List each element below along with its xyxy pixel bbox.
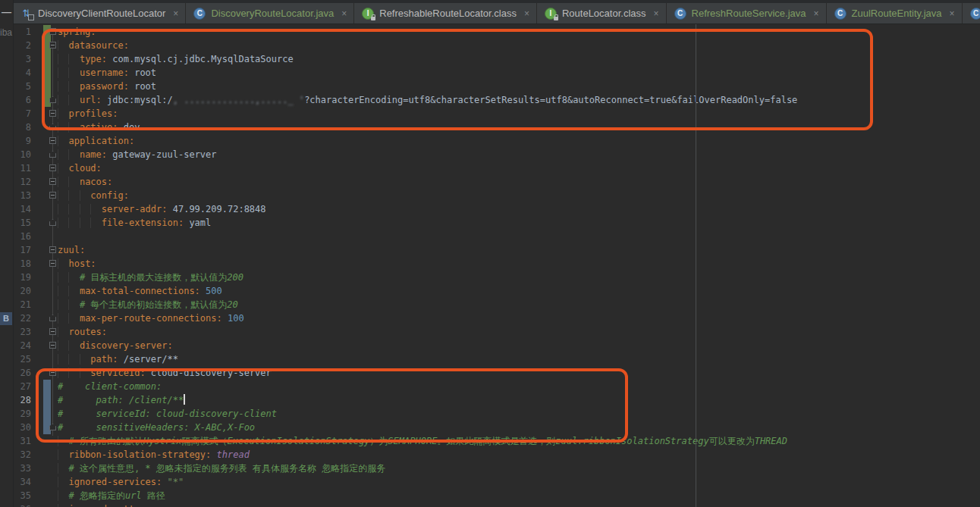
close-icon[interactable]: × bbox=[341, 8, 347, 19]
fold-start-icon[interactable] bbox=[49, 328, 56, 335]
code-line-9[interactable]: application: bbox=[58, 134, 797, 148]
code-token bbox=[58, 54, 80, 64]
code-line-35[interactable]: # 忽略指定的url 路径 bbox=[58, 489, 797, 502]
fold-start-icon[interactable] bbox=[49, 192, 56, 199]
code-token: spring: bbox=[58, 27, 96, 37]
line-number: 16 bbox=[13, 230, 31, 243]
code-line-18[interactable]: host: bbox=[58, 257, 797, 271]
code-token: # 所有路由的默认 bbox=[68, 436, 143, 446]
code-token: max-per-route-connections: bbox=[80, 313, 228, 324]
tab-zuulrouteentity-java[interactable]: CZuulRouteEntity.java× bbox=[827, 3, 963, 23]
code-line-15[interactable]: file-extension: yaml bbox=[58, 216, 797, 230]
code-token: 47.99.209.72:8848 bbox=[173, 204, 266, 214]
code-line-16[interactable] bbox=[58, 230, 797, 243]
code-line-34[interactable]: ignored-services: "*" bbox=[58, 475, 797, 489]
fold-start-icon[interactable] bbox=[49, 246, 56, 253]
fold-start-icon[interactable] bbox=[49, 260, 56, 267]
code-line-26[interactable]: serviceId: cloud-discovery-server bbox=[58, 366, 797, 380]
fold-start-icon[interactable] bbox=[49, 342, 56, 349]
code-line-30[interactable]: # sensitiveHeaders: X-ABC,X-Foo bbox=[58, 421, 797, 434]
fold-start-icon[interactable] bbox=[49, 110, 56, 117]
fold-end-icon[interactable] bbox=[49, 315, 56, 321]
fold-end-icon[interactable] bbox=[49, 151, 56, 158]
right-margin-guide bbox=[696, 23, 696, 507]
close-icon[interactable]: × bbox=[654, 8, 659, 19]
code-token: nacos: bbox=[80, 177, 112, 187]
code-line-28[interactable]: # path: /client/** bbox=[58, 393, 797, 407]
code-token: ）为 bbox=[369, 436, 388, 446]
code-line-25[interactable]: path: /server/** bbox=[58, 352, 797, 366]
line-number: 25 bbox=[13, 352, 31, 366]
code-token: # serviceId: cloud-discovery-client bbox=[58, 408, 277, 419]
line-number: 10 bbox=[13, 148, 31, 161]
tab-discoveryroutelocator-java[interactable]: CDiscoveryRouteLocator.java× bbox=[186, 3, 354, 23]
code-line-10[interactable]: name: gateway-zuul-server bbox=[58, 148, 797, 161]
code-token bbox=[58, 190, 90, 201]
close-icon[interactable]: × bbox=[814, 8, 819, 19]
code-token: url: bbox=[80, 95, 107, 105]
tab-routelocator-class[interactable]: IRouteLocator.class× bbox=[537, 3, 667, 23]
bookmark-marker[interactable]: B bbox=[0, 312, 12, 325]
code-token: # 目标主机的最大连接数，默认值为 bbox=[80, 272, 227, 283]
code-line-32[interactable]: ribbon-isolation-strategy: thread bbox=[58, 448, 797, 462]
fold-start-icon[interactable] bbox=[49, 369, 56, 376]
code-line-24[interactable]: discovery-server: bbox=[58, 339, 797, 352]
code-token: cloud-discovery-server bbox=[151, 368, 272, 378]
code-token: SEMAPHORE bbox=[388, 436, 437, 446]
code-line-3[interactable]: type: com.mysql.cj.jdbc.MysqlDataSource bbox=[58, 52, 797, 66]
tab-label: RouteLocator.class bbox=[562, 8, 646, 19]
splitter-handle-icon[interactable]: — bbox=[2, 6, 11, 17]
fold-end-icon[interactable] bbox=[49, 219, 56, 226]
fold-start-icon[interactable] bbox=[49, 178, 56, 185]
code-token bbox=[58, 122, 80, 133]
code-token: server-addr: bbox=[102, 204, 173, 214]
tab-refreshableroutelocator-class[interactable]: IRefreshableRouteLocator.class× bbox=[354, 3, 537, 23]
code-line-8[interactable]: active: dev bbox=[58, 120, 797, 134]
code-line-36[interactable]: ignored-patterns: bbox=[58, 502, 797, 507]
code-line-2[interactable]: datasource: bbox=[58, 39, 797, 52]
code-line-21[interactable]: # 每个主机的初始连接数，默认值为20 bbox=[58, 298, 797, 311]
code-line-11[interactable]: cloud: bbox=[58, 161, 797, 175]
tab-discoveryclientroutelocator[interactable]: ⇅DiscoveryClientRouteLocator× bbox=[13, 3, 186, 23]
code-line-22[interactable]: max-per-route-connections: 100 bbox=[58, 311, 797, 325]
code-line-14[interactable]: server-addr: 47.99.209.72:8848 bbox=[58, 202, 797, 216]
close-icon[interactable]: × bbox=[173, 8, 178, 19]
code-line-20[interactable]: max-total-connections: 500 bbox=[58, 284, 797, 298]
code-line-5[interactable]: password: root bbox=[58, 80, 797, 93]
code-line-6[interactable]: url: jdbc:mysql:/, .............,....._ … bbox=[58, 93, 797, 107]
close-icon[interactable]: × bbox=[950, 8, 955, 19]
code-line-23[interactable]: routes: bbox=[58, 325, 797, 339]
java-class-icon: C bbox=[674, 8, 686, 20]
code-line-13[interactable]: config: bbox=[58, 189, 797, 202]
code-line-17[interactable]: zuul: bbox=[58, 243, 797, 257]
tab-refreshrouteservice-java[interactable]: CRefreshRouteService.java× bbox=[667, 3, 827, 23]
vcs-added-bar[interactable] bbox=[43, 25, 51, 107]
code-token: password: bbox=[80, 81, 134, 92]
close-icon[interactable]: × bbox=[524, 8, 529, 19]
editor-pane[interactable]: 1234567891011121314151617181920212223242… bbox=[13, 23, 980, 507]
tab-label: DiscoveryClientRouteLocator bbox=[38, 8, 165, 19]
code-area[interactable]: spring: datasource: type: com.mysql.cj.j… bbox=[58, 25, 797, 507]
fold-start-icon[interactable] bbox=[49, 42, 56, 49]
code-line-12[interactable]: nacos: bbox=[58, 175, 797, 189]
tab-refreshcontroller-java[interactable]: CRefreshController.java× bbox=[963, 3, 980, 23]
fold-start-icon[interactable] bbox=[49, 28, 56, 35]
code-line-33[interactable]: # 这个属性意思, * 忽略未指定的服务列表 有具体服务名称 忽略指定的服务 bbox=[58, 462, 797, 475]
code-line-29[interactable]: # serviceId: cloud-discovery-client bbox=[58, 407, 797, 421]
code-line-4[interactable]: username: root bbox=[58, 66, 797, 80]
code-line-19[interactable]: # 目标主机的最大连接数，默认值为200 bbox=[58, 271, 797, 284]
code-token: gateway-zuul-server bbox=[112, 149, 216, 160]
code-token bbox=[58, 108, 68, 119]
code-token bbox=[58, 327, 68, 337]
code-token: ExecutionIsolationStrategy bbox=[227, 436, 369, 446]
fold-end-icon[interactable] bbox=[49, 124, 56, 130]
code-token bbox=[58, 218, 102, 228]
code-line-1[interactable]: spring: bbox=[58, 25, 797, 39]
tab-label: RefreshRouteService.java bbox=[692, 8, 806, 19]
code-line-7[interactable]: profiles: bbox=[58, 107, 797, 120]
fold-start-icon[interactable] bbox=[49, 137, 56, 144]
code-line-27[interactable]: # client-common: bbox=[58, 380, 797, 393]
line-number: 35 bbox=[13, 489, 31, 502]
code-line-31[interactable]: # 所有路由的默认Hystrix隔离模式（ExecutionIsolationS… bbox=[58, 434, 797, 448]
fold-start-icon[interactable] bbox=[49, 164, 56, 171]
